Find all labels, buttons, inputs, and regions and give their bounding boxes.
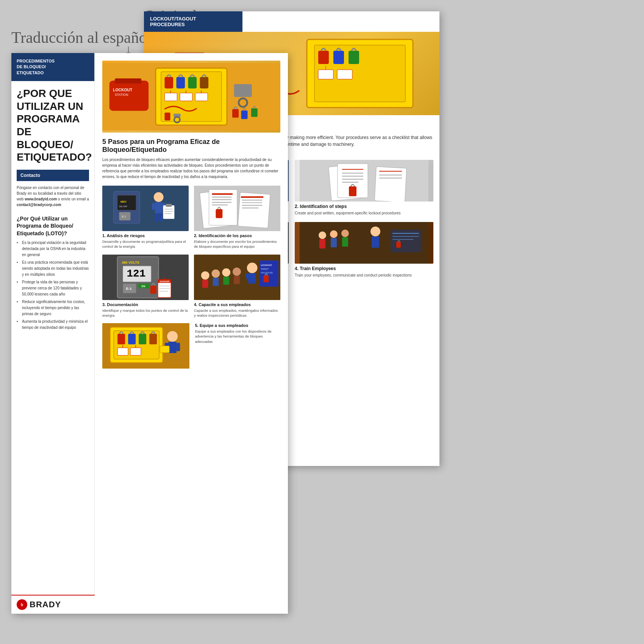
svg-rect-83 xyxy=(115,78,142,83)
sp-step-1-title: 1. Análisis de riesgos xyxy=(102,233,189,238)
svg-rect-70 xyxy=(177,77,185,88)
en-step-2-title: 2. Identification of steps xyxy=(295,204,433,209)
svg-rect-119 xyxy=(241,196,263,198)
svg-point-146 xyxy=(222,268,230,277)
en-header: LOCKOUT/TAGOUT PROCEDURES xyxy=(144,11,242,32)
brady-logo: b BRADY xyxy=(17,599,61,610)
en-step-4-title: 4. Train Employees xyxy=(295,266,433,271)
svg-rect-117 xyxy=(216,209,222,218)
svg-rect-105 xyxy=(166,204,172,207)
svg-rect-69 xyxy=(165,77,174,88)
sp-bullet-4: • Reduce significativamente los costos, … xyxy=(17,299,89,317)
svg-rect-167 xyxy=(130,348,141,355)
svg-point-169 xyxy=(167,331,178,342)
spanish-document: PROCEDIMIENTOS DE BLOQUEO/ ETIQUETADO ¿P… xyxy=(11,53,288,614)
svg-rect-60 xyxy=(372,236,379,248)
sp-step-1: 480V ON / OFF E-1 xyxy=(102,186,189,249)
svg-point-55 xyxy=(330,230,338,238)
svg-rect-164 xyxy=(149,334,157,344)
en-header-title: LOCKOUT/TAGOUT PROCEDURES xyxy=(150,16,196,27)
sp-bullet-dot-3: • xyxy=(17,279,20,297)
sp-bullet-3: • Protege la vida de las personas y prev… xyxy=(17,279,89,297)
svg-rect-104 xyxy=(163,205,175,219)
svg-rect-79 xyxy=(165,113,170,120)
svg-rect-65 xyxy=(396,242,401,248)
svg-text:ON / OFF: ON / OFF xyxy=(119,206,127,208)
sp-step-3-title: 3. Documentación xyxy=(102,302,189,307)
sp-contact-text: Póngase en contacto con el personal de B… xyxy=(11,181,94,211)
svg-point-98 xyxy=(154,192,164,202)
svg-point-148 xyxy=(233,267,241,276)
sp-hero-image: LOCKOUT STATION xyxy=(102,61,280,133)
svg-rect-100 xyxy=(152,203,155,210)
svg-text:ON: ON xyxy=(141,284,145,287)
svg-rect-73 xyxy=(165,93,177,101)
sp-section-desc: Los procedimientos de bloqueo eficaces p… xyxy=(102,157,280,180)
svg-rect-165 xyxy=(117,348,128,355)
svg-rect-112 xyxy=(212,193,233,195)
sp-step-4: LOCKOUT TAGOUT PROCEDURE 4. Capacite a s… xyxy=(194,255,280,318)
svg-point-53 xyxy=(319,231,326,239)
svg-rect-134 xyxy=(158,281,171,298)
svg-text:STATION: STATION xyxy=(115,93,128,97)
sp-main-content: LOCKOUT STATION 5 Pasos para un Programa… xyxy=(95,53,288,614)
svg-rect-33 xyxy=(349,186,356,196)
svg-text:LOCKOUT: LOCKOUT xyxy=(261,264,272,266)
sp-step-5-title: 5. Equipe a sus empleados xyxy=(195,323,278,328)
sp-bullet-dot-2: • xyxy=(17,259,20,278)
sp-step-2-title: 2. Identificación de los pasos xyxy=(194,233,280,238)
sp-step-5-image xyxy=(102,323,189,369)
en-step-2-desc: Create and post written, equipment-speci… xyxy=(295,211,433,216)
sp-sidebar: PROCEDIMIENTOS DE BLOQUEO/ ETIQUETADO ¿P… xyxy=(11,53,95,614)
svg-rect-34 xyxy=(375,167,407,202)
svg-text:E-1: E-1 xyxy=(126,286,132,290)
svg-point-142 xyxy=(201,271,209,280)
svg-rect-162 xyxy=(128,334,136,344)
svg-rect-157 xyxy=(263,275,269,282)
sp-bullets: • Es la principal violación a la segurid… xyxy=(11,240,94,336)
sp-contact-label: Contacto xyxy=(17,170,89,181)
en-step-4-desc: Train your employees, communicate and co… xyxy=(295,273,433,278)
svg-rect-173 xyxy=(160,346,169,353)
svg-rect-90 xyxy=(251,108,258,117)
sp-step-2: 2. Identificación de los pasos Elabore y… xyxy=(194,186,280,249)
svg-point-59 xyxy=(370,227,380,236)
sp-section-title: 5 Pasos para un Programa Eficaz de Bloqu… xyxy=(102,138,280,154)
sp-main-question: ¿POR QUE UTILIZAR UN PROGRAMA DE BLOQUEO… xyxy=(11,81,94,170)
sp-step-5-wrapper: 5. Equipe a sus empleados Equipe a sus e… xyxy=(102,323,280,371)
sp-bullet-dot-1: • xyxy=(17,240,20,258)
svg-rect-61 xyxy=(391,230,421,252)
svg-rect-77 xyxy=(195,93,208,101)
en-step-4: 4. Train Employees Train your employees,… xyxy=(295,222,433,278)
sp-step-2-image xyxy=(194,186,280,231)
svg-text:LOCKOUT: LOCKOUT xyxy=(113,88,133,92)
sp-step-3: 480 VOLTS 121 E-1 ON D xyxy=(102,255,189,318)
en-step-2: 2. Identification of steps Create and po… xyxy=(295,160,433,216)
sp-step-1-image: 480V ON / OFF E-1 xyxy=(102,186,189,231)
svg-point-144 xyxy=(212,269,220,278)
sp-bullet-1: • Es la principal violación a la segurid… xyxy=(17,240,89,258)
brady-logo-icon: b xyxy=(17,599,27,610)
svg-rect-161 xyxy=(117,334,125,344)
svg-rect-111 xyxy=(209,189,237,225)
svg-rect-163 xyxy=(139,334,146,344)
svg-text:480 VOLTS: 480 VOLTS xyxy=(122,261,139,264)
en-step-4-image xyxy=(295,222,433,264)
svg-text:E-1: E-1 xyxy=(122,215,126,218)
svg-rect-145 xyxy=(213,278,219,286)
svg-rect-89 xyxy=(241,111,248,119)
sp-header-blue: PROCEDIMIENTOS DE BLOQUEO/ ETIQUETADO xyxy=(11,53,94,81)
svg-rect-75 xyxy=(180,93,192,101)
svg-text:480V: 480V xyxy=(120,200,127,203)
sp-step-3-desc: Identifique y marque todos los puntos de… xyxy=(102,308,189,318)
en-step-2-image xyxy=(295,160,433,202)
svg-text:DANGER: DANGER xyxy=(160,280,170,282)
sp-bullet-dot-5: • xyxy=(17,319,20,331)
svg-rect-103 xyxy=(159,213,163,222)
sp-step-4-desc: Capacite a sus empleados, manténgalos in… xyxy=(194,308,280,318)
svg-rect-56 xyxy=(331,238,337,247)
sp-step-4-image: LOCKOUT TAGOUT PROCEDURE xyxy=(194,255,280,300)
svg-rect-86 xyxy=(234,84,252,97)
sp-step-5-desc: Equipe a sus empleados con los dispositi… xyxy=(195,329,278,344)
sp-bullet-2: • Es una práctica recomendada que está s… xyxy=(17,259,89,278)
